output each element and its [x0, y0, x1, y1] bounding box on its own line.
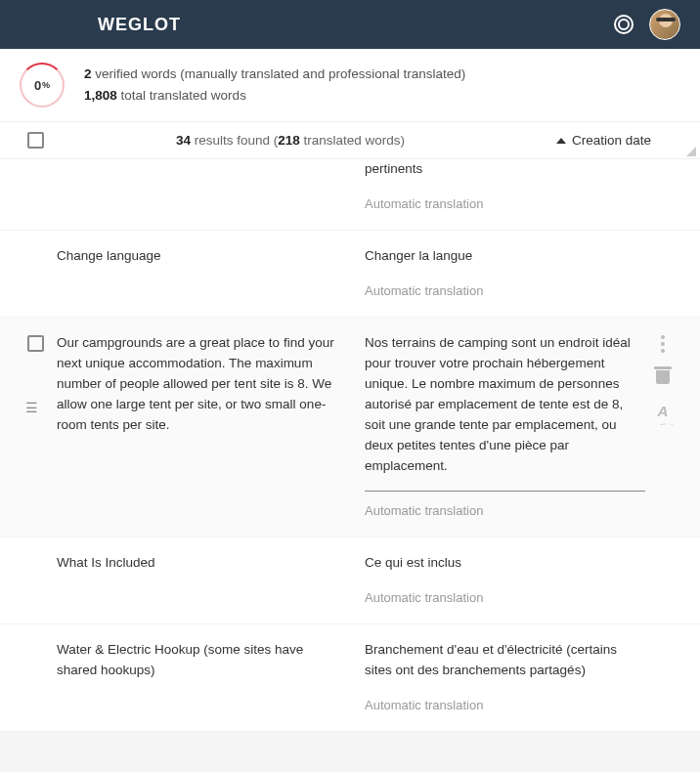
- drag-handle-icon[interactable]: ☰: [25, 406, 43, 409]
- translation-type-label: Automatic translation: [365, 491, 645, 521]
- sort-creation-date[interactable]: Creation date: [556, 133, 651, 148]
- target-text[interactable]: pertinents: [365, 159, 645, 180]
- sort-arrow-up-icon: [556, 138, 566, 144]
- stats-text: 2 verified words (manually translated an…: [84, 64, 465, 106]
- row-check-col: [27, 553, 57, 608]
- row-actions: A: [645, 333, 680, 521]
- row-actions: [645, 159, 680, 214]
- target-col: Branchement d'eau et d'électricité (cert…: [365, 640, 645, 715]
- verified-percent-circle: 0%: [20, 63, 65, 107]
- target-text[interactable]: Changer la langue: [365, 246, 645, 267]
- row-actions: [645, 553, 680, 608]
- total-label: total translated words: [121, 88, 246, 103]
- translation-type-label: Automatic translation: [365, 193, 645, 214]
- translation-rows: pertinentsAutomatic translationChange la…: [0, 159, 700, 732]
- percent-sign: %: [42, 80, 50, 90]
- target-col: Ce qui est inclusAutomatic translation: [365, 553, 645, 608]
- row-check-col: [27, 640, 57, 715]
- row-check-col: [27, 246, 57, 301]
- target-col: pertinentsAutomatic translation: [365, 159, 645, 214]
- target-text[interactable]: Ce qui est inclus: [365, 553, 645, 574]
- logo[interactable]: WEGLOT: [98, 15, 181, 35]
- verified-label: verified words (manually translated and …: [95, 66, 465, 81]
- target-col: Nos terrains de camping sont un endroit …: [365, 333, 645, 521]
- auto-translate-icon[interactable]: A: [658, 400, 669, 422]
- resize-handle-icon[interactable]: [686, 147, 696, 156]
- stats-bar: 0% 2 verified words (manually translated…: [0, 49, 700, 122]
- target-col: Changer la langueAutomatic translation: [365, 246, 645, 301]
- results-bar: 34 results found (218 translated words) …: [0, 122, 700, 159]
- source-text[interactable]: Change language: [57, 246, 365, 301]
- app-header: WEGLOT: [0, 0, 700, 49]
- translation-row[interactable]: Change languageChanger la langueAutomati…: [0, 231, 700, 318]
- source-text[interactable]: Water & Electric Hookup (some sites have…: [57, 640, 365, 715]
- header-actions: [614, 9, 680, 40]
- results-summary: 34 results found (218 translated words): [24, 133, 556, 148]
- row-actions: [645, 640, 680, 715]
- source-text[interactable]: Our campgrounds are a great place to fin…: [57, 333, 365, 521]
- more-icon[interactable]: [661, 335, 665, 353]
- translation-type-label: Automatic translation: [365, 695, 645, 715]
- trash-icon[interactable]: [656, 368, 670, 384]
- sort-label: Creation date: [572, 133, 651, 148]
- total-count: 1,808: [84, 88, 117, 103]
- target-text[interactable]: Nos terrains de camping sont un endroit …: [365, 333, 645, 476]
- results-words: 218: [278, 133, 300, 148]
- translation-type-label: Automatic translation: [365, 280, 645, 301]
- translation-type-label: Automatic translation: [365, 587, 645, 608]
- row-check-col: [27, 333, 57, 521]
- verified-count: 2: [84, 66, 92, 81]
- percent-value: 0: [34, 78, 41, 93]
- target-text[interactable]: Branchement d'eau et d'électricité (cert…: [365, 640, 645, 681]
- translation-row[interactable]: Water & Electric Hookup (some sites have…: [0, 624, 700, 732]
- source-text[interactable]: [57, 159, 365, 214]
- row-checkbox[interactable]: [27, 335, 44, 352]
- row-check-col: [27, 159, 57, 214]
- translation-row[interactable]: What Is IncludedCe qui est inclusAutomat…: [0, 537, 700, 624]
- translation-row[interactable]: pertinentsAutomatic translation: [0, 159, 700, 231]
- row-actions: [645, 246, 680, 301]
- results-count: 34: [176, 133, 191, 148]
- help-icon[interactable]: [614, 15, 634, 34]
- source-text[interactable]: What Is Included: [57, 553, 365, 608]
- translation-row[interactable]: Our campgrounds are a great place to fin…: [0, 318, 700, 537]
- avatar[interactable]: [649, 9, 680, 40]
